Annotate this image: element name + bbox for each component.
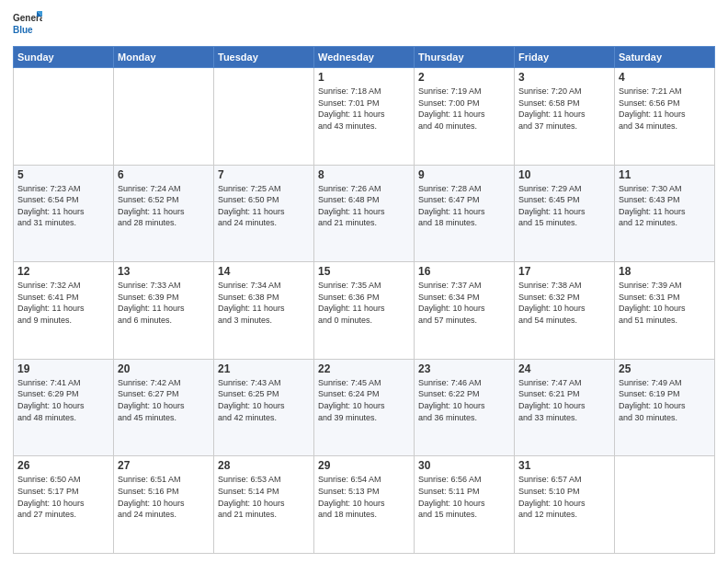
day-number: 19 [17,362,109,375]
calendar-cell: 4Sunrise: 7:21 AM Sunset: 6:56 PM Daylig… [615,68,715,166]
day-header-wednesday: Wednesday [314,47,415,68]
day-number: 4 [619,71,711,84]
calendar-week-2: 5Sunrise: 7:23 AM Sunset: 6:54 PM Daylig… [14,165,715,262]
day-number: 14 [218,265,310,278]
calendar-week-4: 19Sunrise: 7:41 AM Sunset: 6:29 PM Dayli… [14,359,715,456]
day-info: Sunrise: 6:56 AM Sunset: 5:11 PM Dayligh… [418,474,510,520]
day-info: Sunrise: 7:46 AM Sunset: 6:22 PM Dayligh… [418,377,510,423]
day-info: Sunrise: 7:21 AM Sunset: 6:56 PM Dayligh… [619,86,711,132]
day-info: Sunrise: 7:43 AM Sunset: 6:25 PM Dayligh… [218,377,310,423]
day-info: Sunrise: 7:49 AM Sunset: 6:19 PM Dayligh… [619,377,711,423]
day-number: 29 [318,459,410,472]
day-number: 1 [318,71,410,84]
day-number: 23 [418,362,510,375]
calendar-cell: 28Sunrise: 6:53 AM Sunset: 5:14 PM Dayli… [214,456,314,554]
calendar-cell: 30Sunrise: 6:56 AM Sunset: 5:11 PM Dayli… [415,456,515,554]
day-info: Sunrise: 7:32 AM Sunset: 6:41 PM Dayligh… [17,280,109,326]
day-number: 31 [518,459,610,472]
calendar-cell: 25Sunrise: 7:49 AM Sunset: 6:19 PM Dayli… [615,359,715,456]
calendar-cell: 10Sunrise: 7:29 AM Sunset: 6:45 PM Dayli… [515,165,615,262]
calendar-cell: 24Sunrise: 7:47 AM Sunset: 6:21 PM Dayli… [515,359,615,456]
calendar-cell: 15Sunrise: 7:35 AM Sunset: 6:36 PM Dayli… [314,262,415,360]
day-info: Sunrise: 7:26 AM Sunset: 6:48 PM Dayligh… [318,183,410,229]
day-number: 12 [17,265,109,278]
day-info: Sunrise: 6:53 AM Sunset: 5:14 PM Dayligh… [218,474,310,520]
calendar-cell: 31Sunrise: 6:57 AM Sunset: 5:10 PM Dayli… [515,456,615,554]
day-number: 3 [518,71,610,84]
day-number: 26 [17,459,109,472]
day-info: Sunrise: 7:33 AM Sunset: 6:39 PM Dayligh… [118,280,210,326]
calendar-cell [14,68,114,166]
day-info: Sunrise: 7:23 AM Sunset: 6:54 PM Dayligh… [17,183,109,229]
calendar-cell: 26Sunrise: 6:50 AM Sunset: 5:17 PM Dayli… [14,456,114,554]
calendar-cell: 2Sunrise: 7:19 AM Sunset: 7:00 PM Daylig… [415,68,515,166]
day-info: Sunrise: 7:45 AM Sunset: 6:24 PM Dayligh… [318,377,410,423]
calendar-cell: 13Sunrise: 7:33 AM Sunset: 6:39 PM Dayli… [114,262,214,360]
day-info: Sunrise: 7:25 AM Sunset: 6:50 PM Dayligh… [218,183,310,229]
day-info: Sunrise: 7:35 AM Sunset: 6:36 PM Dayligh… [318,280,410,326]
day-number: 16 [418,265,510,278]
calendar-header-row: SundayMondayTuesdayWednesdayThursdayFrid… [14,47,715,68]
calendar-cell: 9Sunrise: 7:28 AM Sunset: 6:47 PM Daylig… [415,165,515,262]
day-info: Sunrise: 7:20 AM Sunset: 6:58 PM Dayligh… [518,86,610,132]
day-info: Sunrise: 7:29 AM Sunset: 6:45 PM Dayligh… [518,183,610,229]
day-number: 20 [118,362,210,375]
day-number: 5 [17,168,109,181]
day-info: Sunrise: 7:28 AM Sunset: 6:47 PM Dayligh… [418,183,510,229]
day-info: Sunrise: 7:47 AM Sunset: 6:21 PM Dayligh… [518,377,610,423]
logo: General Blue [13,9,42,39]
calendar-cell: 5Sunrise: 7:23 AM Sunset: 6:54 PM Daylig… [14,165,114,262]
day-number: 6 [118,168,210,181]
day-number: 30 [418,459,510,472]
day-number: 10 [518,168,610,181]
day-info: Sunrise: 6:54 AM Sunset: 5:13 PM Dayligh… [318,474,410,520]
day-header-sunday: Sunday [14,47,114,68]
calendar-cell: 18Sunrise: 7:39 AM Sunset: 6:31 PM Dayli… [615,262,715,360]
day-number: 22 [318,362,410,375]
day-number: 2 [418,71,510,84]
day-number: 21 [218,362,310,375]
day-info: Sunrise: 7:41 AM Sunset: 6:29 PM Dayligh… [17,377,109,423]
calendar-cell: 29Sunrise: 6:54 AM Sunset: 5:13 PM Dayli… [314,456,415,554]
day-header-saturday: Saturday [615,47,715,68]
day-info: Sunrise: 6:57 AM Sunset: 5:10 PM Dayligh… [518,474,610,520]
calendar-cell: 14Sunrise: 7:34 AM Sunset: 6:38 PM Dayli… [214,262,314,360]
day-info: Sunrise: 7:24 AM Sunset: 6:52 PM Dayligh… [118,183,210,229]
calendar-cell: 20Sunrise: 7:42 AM Sunset: 6:27 PM Dayli… [114,359,214,456]
day-number: 15 [318,265,410,278]
header: General Blue [13,9,715,39]
day-header-monday: Monday [114,47,214,68]
day-number: 13 [118,265,210,278]
day-info: Sunrise: 7:30 AM Sunset: 6:43 PM Dayligh… [619,183,711,229]
calendar-cell: 16Sunrise: 7:37 AM Sunset: 6:34 PM Dayli… [415,262,515,360]
calendar-week-5: 26Sunrise: 6:50 AM Sunset: 5:17 PM Dayli… [14,456,715,554]
day-info: Sunrise: 7:19 AM Sunset: 7:00 PM Dayligh… [418,86,510,132]
svg-text:Blue: Blue [13,25,33,35]
calendar-cell: 1Sunrise: 7:18 AM Sunset: 7:01 PM Daylig… [314,68,415,166]
calendar-week-3: 12Sunrise: 7:32 AM Sunset: 6:41 PM Dayli… [14,262,715,360]
calendar-cell: 19Sunrise: 7:41 AM Sunset: 6:29 PM Dayli… [14,359,114,456]
day-number: 8 [318,168,410,181]
day-info: Sunrise: 7:34 AM Sunset: 6:38 PM Dayligh… [218,280,310,326]
calendar-cell: 3Sunrise: 7:20 AM Sunset: 6:58 PM Daylig… [515,68,615,166]
day-number: 27 [118,459,210,472]
day-number: 11 [619,168,711,181]
calendar-cell [114,68,214,166]
page: General Blue SundayMondayTuesdayWednesda… [0,0,728,563]
day-number: 25 [619,362,711,375]
calendar-cell: 23Sunrise: 7:46 AM Sunset: 6:22 PM Dayli… [415,359,515,456]
day-header-friday: Friday [515,47,615,68]
day-header-tuesday: Tuesday [214,47,314,68]
calendar-table: SundayMondayTuesdayWednesdayThursdayFrid… [13,46,715,554]
day-number: 18 [619,265,711,278]
day-info: Sunrise: 7:38 AM Sunset: 6:32 PM Dayligh… [518,280,610,326]
day-info: Sunrise: 7:37 AM Sunset: 6:34 PM Dayligh… [418,280,510,326]
day-info: Sunrise: 6:50 AM Sunset: 5:17 PM Dayligh… [17,474,109,520]
calendar-cell: 8Sunrise: 7:26 AM Sunset: 6:48 PM Daylig… [314,165,415,262]
calendar-cell: 6Sunrise: 7:24 AM Sunset: 6:52 PM Daylig… [114,165,214,262]
day-header-thursday: Thursday [415,47,515,68]
day-number: 28 [218,459,310,472]
calendar-cell: 12Sunrise: 7:32 AM Sunset: 6:41 PM Dayli… [14,262,114,360]
calendar-cell: 21Sunrise: 7:43 AM Sunset: 6:25 PM Dayli… [214,359,314,456]
calendar-cell: 17Sunrise: 7:38 AM Sunset: 6:32 PM Dayli… [515,262,615,360]
